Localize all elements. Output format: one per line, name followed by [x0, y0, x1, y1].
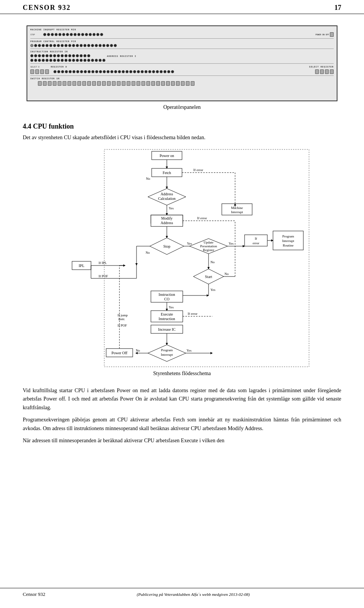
svg-text:Increase IC: Increase IC: [158, 327, 176, 331]
page-title: CENSOR 932: [23, 4, 71, 12]
svg-text:Yes: Yes: [169, 206, 174, 210]
svg-text:Power on: Power on: [160, 154, 174, 158]
svg-text:If jump: If jump: [118, 313, 128, 317]
svg-text:Register: Register: [203, 248, 214, 252]
footer-center: (Publicering på Veteranklubben Alfa´s we…: [137, 592, 250, 597]
operator-panel-caption: Operatörspanelen: [163, 104, 201, 110]
svg-text:If error: If error: [197, 216, 207, 220]
operator-panel-section: MACHINE INQRUPT REGISTER MIR STOP POWER …: [23, 25, 341, 116]
body-paragraph-1: Vid krafttillslag startar CPU i arbetsfa…: [23, 386, 341, 412]
svg-text:If POF: If POF: [99, 274, 108, 278]
svg-text:Yes: Yes: [229, 242, 234, 245]
svg-rect-95: [104, 149, 309, 367]
svg-text:No: No: [146, 177, 150, 181]
svg-text:Stop: Stop: [163, 244, 170, 248]
svg-text:Yes: Yes: [187, 349, 192, 352]
svg-text:Interrupt: Interrupt: [231, 210, 243, 214]
flowchart-svg: .fc-text { font-family: "Times New Roman…: [49, 148, 315, 368]
svg-text:If error: If error: [193, 168, 203, 172]
svg-text:Instruction: Instruction: [158, 292, 175, 297]
svg-text:If POF: If POF: [118, 324, 127, 327]
operator-panel-image: MACHINE INQRUPT REGISTER MIR STOP POWER …: [27, 25, 337, 101]
flowchart-caption: Styrenhetens flödesschema: [153, 371, 211, 377]
svg-text:Program: Program: [282, 234, 294, 238]
svg-text:No: No: [146, 251, 150, 255]
svg-text:No: No: [136, 349, 140, 352]
svg-text:Yes: Yes: [187, 242, 192, 245]
body-paragraph-3: När adressen till minnesoperanden är ber…: [23, 437, 341, 445]
section-heading: 4.4 CPU funktion: [23, 123, 341, 130]
svg-text:Update: Update: [204, 240, 213, 244]
main-content: MACHINE INQRUPT REGISTER MIR STOP POWER …: [0, 14, 364, 456]
footer-left: Censor 932: [23, 591, 46, 597]
svg-text:Presentation: Presentation: [200, 244, 217, 248]
svg-text:No: No: [210, 260, 215, 264]
svg-text:No: No: [224, 272, 229, 276]
svg-text:Yes: Yes: [210, 288, 216, 292]
svg-text:If IPL: If IPL: [99, 261, 107, 265]
svg-text:error: error: [253, 241, 259, 245]
svg-text:Program: Program: [161, 348, 173, 352]
page-number: 17: [334, 4, 341, 12]
svg-text:If: If: [255, 237, 257, 240]
svg-text:Power Off: Power Off: [111, 351, 127, 355]
svg-text:Modify: Modify: [161, 216, 173, 220]
svg-text:Yes: Yes: [169, 305, 174, 309]
svg-text:Address: Address: [161, 221, 173, 225]
svg-text:IPL: IPL: [79, 264, 85, 268]
page-footer: Censor 932 (Publicering på Veteranklubbe…: [0, 588, 364, 600]
svg-text:Interrupt: Interrupt: [161, 353, 173, 357]
svg-text:Start: Start: [205, 275, 212, 279]
svg-text:Address: Address: [161, 192, 173, 196]
svg-text:Execute: Execute: [161, 312, 173, 316]
intro-paragraph: Det av styrenheten CU skapade arbetsflöd…: [23, 134, 341, 141]
svg-text:Fetch: Fetch: [163, 171, 171, 175]
svg-text:Instruction: Instruction: [158, 317, 175, 321]
svg-text:If error: If error: [188, 312, 198, 316]
svg-text:Machine: Machine: [231, 206, 243, 210]
page-header: CENSOR 932 17: [0, 0, 364, 14]
body-paragraph-2: Programexekveringen påbörjas genom att C…: [23, 416, 341, 433]
svg-text:Interrupt: Interrupt: [282, 239, 294, 243]
svg-text:Routine: Routine: [283, 244, 294, 247]
svg-text:Calculation: Calculation: [158, 196, 176, 201]
flowchart-section: .fc-text { font-family: "Times New Roman…: [23, 148, 341, 383]
svg-text:CO: CO: [164, 297, 169, 301]
